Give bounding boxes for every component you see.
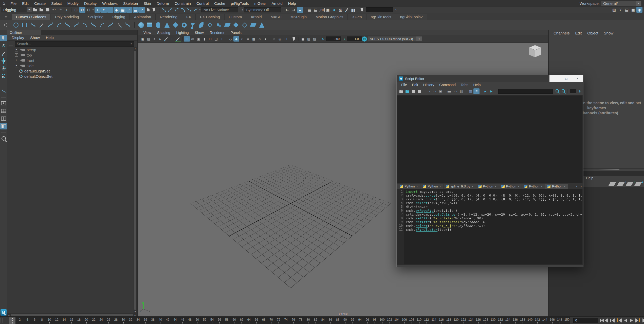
menu-select[interactable]: Select (48, 1, 65, 6)
shelf-tab-curves-surfaces[interactable]: Curves / Surfaces (12, 14, 51, 20)
shelf-birail-icon[interactable] (214, 21, 223, 29)
execute-selected-icon[interactable]: ▸ (482, 88, 488, 94)
save-scene-icon[interactable] (45, 7, 51, 13)
shelf-add-points-icon[interactable] (124, 21, 132, 29)
shelf-nurbs-square-icon[interactable] (20, 21, 29, 29)
shelf-detach-curves-icon[interactable] (72, 21, 80, 29)
channel-box-menu-edit[interactable]: Edit (572, 31, 584, 35)
shelf-intersect-icon[interactable] (240, 21, 249, 29)
snap-magnet-plane-icon[interactable] (186, 7, 192, 13)
se-menu-help[interactable]: Help (471, 83, 483, 87)
menu-file[interactable]: File (8, 1, 19, 6)
maya-badge-icon[interactable]: Mam (1, 309, 7, 316)
bounding-box-icon[interactable]: ◈ (245, 36, 251, 42)
se-menu-command[interactable]: Command (437, 83, 458, 87)
shelf-tab-motion-graphics[interactable]: Motion Graphics (311, 14, 348, 20)
live-surface-field[interactable]: No Live Surface (201, 7, 238, 12)
attribute-editor-icon[interactable]: ▤ (624, 7, 630, 13)
shadows-icon[interactable]: ● (263, 36, 268, 42)
scrollbar-thumb[interactable] (134, 51, 136, 310)
step-back-key-button[interactable] (616, 317, 623, 324)
mask-rendering-icon[interactable]: ▤ (133, 7, 139, 13)
shelf-fillet-curve-icon[interactable] (106, 21, 115, 29)
shelf-attach-curves-icon[interactable] (63, 21, 72, 29)
shelf-tab-animation[interactable]: Animation (130, 14, 156, 20)
clear-history-icon[interactable]: ▭ (425, 88, 431, 94)
annotate-icon[interactable]: ▨ (312, 36, 318, 42)
both-panes-icon[interactable]: ▤ (458, 88, 465, 94)
minimize-button[interactable]: – (549, 75, 561, 82)
expand-icon[interactable]: + (15, 53, 18, 57)
textured-icon[interactable]: ▩ (251, 36, 257, 42)
channel-box-icon[interactable]: ◉ (636, 7, 642, 13)
shelf-revolve-icon[interactable] (189, 21, 197, 29)
mask-joints-icon[interactable]: Y (101, 7, 107, 13)
script-tab-7-python[interactable]: Python× (545, 184, 568, 189)
shelf-nurbs-plane-icon[interactable] (171, 21, 180, 29)
shelf-nurbs-cube-icon[interactable] (145, 21, 154, 29)
rotate-tool[interactable] (0, 65, 7, 72)
view-cube[interactable] (528, 44, 542, 58)
shelf-tab-poly-modeling[interactable]: Poly Modeling (51, 14, 83, 20)
bookmark-icon[interactable]: ▸ (157, 36, 163, 42)
select-tool[interactable] (0, 35, 7, 41)
shelf-tab-fx[interactable]: FX (182, 14, 196, 20)
shelf-nurbs-circle-icon[interactable] (12, 21, 20, 29)
layer-move-up-icon[interactable]: ↑ (609, 182, 616, 186)
field-chart-icon[interactable]: ⊟ (207, 36, 213, 42)
exposure-icon[interactable]: ↻ (320, 36, 326, 42)
search-up-icon[interactable] (560, 88, 566, 94)
save-script-icon[interactable] (410, 88, 416, 94)
color-management-badge[interactable]: ON (362, 36, 367, 42)
clear-all-icon[interactable]: ▣ (437, 88, 444, 94)
outliner-item-front[interactable]: +front (7, 58, 137, 63)
shelf-gear-icon[interactable] (0, 23, 12, 27)
filter-icon[interactable] (9, 42, 13, 46)
shelf-trim-icon[interactable] (249, 21, 257, 29)
frame-ruler[interactable]: 0246810121416182022242628303234363840424… (9, 317, 570, 324)
shelf-tab-ngskintools2[interactable]: ngSkinTools2 (396, 14, 427, 20)
menu-constrain[interactable]: Constrain (172, 1, 194, 6)
outliner-menu-help[interactable]: Help (43, 35, 56, 40)
menu-modify[interactable]: Modify (65, 1, 81, 6)
shelf-arc-tool-icon[interactable] (55, 21, 63, 29)
mask-dynamics-icon[interactable]: * (126, 7, 132, 13)
mask-handles-icon[interactable]: + (95, 7, 101, 13)
menu-help[interactable]: Help (285, 1, 299, 6)
gate-mask-icon[interactable]: ▮ (201, 36, 207, 42)
expand-icon[interactable]: + (15, 59, 18, 62)
edit-pencil-icon[interactable] (175, 36, 181, 42)
close-tab-icon[interactable]: × (564, 185, 565, 188)
grid-toggle-icon[interactable]: ⊞ (184, 36, 190, 42)
menu-control[interactable]: Control (194, 1, 211, 6)
isolate-select-icon[interactable] (291, 36, 297, 42)
line-numbers-icon[interactable]: ≡ (473, 88, 480, 94)
shelf-menu-icon[interactable]: ≡ (0, 13, 12, 20)
script-tab-6-python[interactable]: Python× (522, 184, 545, 189)
snapshot-add-icon[interactable]: ▤ (306, 36, 312, 42)
render-settings-icon[interactable]: ▣ (325, 7, 331, 13)
move-tool[interactable] (0, 58, 7, 64)
dropdown-caret-icon[interactable]: ▾ (199, 9, 201, 11)
close-tab-icon[interactable]: × (439, 185, 441, 188)
outliner-vertical-scrollbar[interactable]: ▲ ▼ (134, 47, 137, 313)
layout-single-pane[interactable] (0, 100, 7, 107)
se-menu-edit[interactable]: Edit (410, 83, 421, 87)
pause-icon[interactable]: ▮▮ (350, 7, 356, 13)
step-back-frame-button[interactable] (609, 317, 616, 324)
paint-effects-icon[interactable] (344, 7, 350, 13)
history-pane-icon[interactable]: ▬ (446, 88, 452, 94)
xray-joints-icon[interactable]: ◎ (277, 36, 283, 42)
script-tab-2-python[interactable]: Python× (420, 184, 443, 189)
shelf-insert-knot-icon[interactable] (81, 21, 89, 29)
menu-create[interactable]: Create (31, 1, 48, 6)
paint-select-tool[interactable] (0, 50, 7, 56)
shelf-tab-rendering[interactable]: Rendering (156, 14, 182, 20)
snap-magnet-curve-icon[interactable] (167, 7, 173, 13)
close-tab-icon[interactable]: × (495, 185, 496, 188)
camera-attributes-icon[interactable]: ▣ (140, 36, 146, 42)
close-button[interactable]: × (572, 75, 583, 82)
tool-settings-icon[interactable]: ▣ (630, 7, 636, 13)
open-script-icon[interactable] (398, 88, 404, 94)
shelf-nurbs-torus-icon[interactable] (180, 21, 188, 29)
